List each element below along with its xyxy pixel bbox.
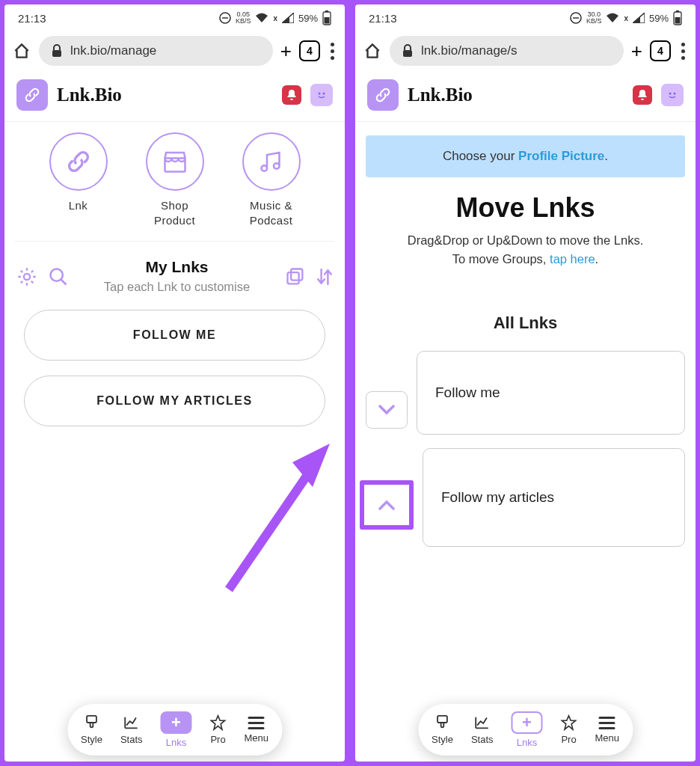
nav-lnks[interactable]: +Lnks	[512, 711, 543, 748]
status-icons: 0.05KB/S x 59%	[219, 10, 331, 25]
status-bar: 21:13 30.0KB/S x 59%	[355, 4, 696, 30]
link-follow-articles[interactable]: FOLLOW MY ARTICLES	[24, 376, 325, 426]
svg-rect-22	[438, 716, 447, 723]
music-icon	[258, 148, 285, 175]
search-icon[interactable]	[48, 266, 69, 287]
category-music[interactable]: Music & Podcast	[242, 132, 301, 227]
wifi-icon	[255, 13, 268, 23]
svg-rect-5	[52, 50, 61, 57]
my-links-title: My Lnks	[79, 258, 274, 276]
brush-icon	[83, 714, 99, 731]
nav-stats[interactable]: Stats	[120, 714, 143, 745]
lock-icon	[51, 44, 63, 58]
chart-icon	[123, 714, 140, 731]
hamburger-icon	[599, 717, 615, 729]
link-card-follow-articles[interactable]: Follow my articles	[423, 448, 685, 547]
app-logo[interactable]	[367, 79, 399, 111]
nav-style[interactable]: Style	[432, 714, 453, 745]
link-icon	[374, 86, 392, 104]
all-links-title: All Lnks	[355, 313, 696, 333]
my-links-subtitle: Tap each Lnk to customise	[79, 279, 274, 295]
battery-icon	[673, 10, 682, 25]
home-icon[interactable]	[12, 41, 31, 61]
bottom-nav: Style Stats +Lnks Pro Menu	[418, 704, 633, 756]
new-tab-icon[interactable]: +	[280, 40, 292, 63]
svg-point-20	[669, 93, 672, 95]
chart-icon	[474, 714, 491, 731]
notification-badge[interactable]	[633, 85, 652, 105]
svg-line-10	[61, 279, 67, 284]
notification-badge[interactable]	[282, 85, 301, 105]
url-text: lnk.bio/manage/s	[421, 43, 518, 58]
content-area: Lnk Shop Product Music & Podcast My Lnks…	[4, 122, 345, 762]
url-bar[interactable]: lnk.bio/manage/s	[390, 36, 624, 66]
menu-kebab-icon[interactable]	[678, 43, 688, 60]
home-icon[interactable]	[363, 41, 382, 61]
brush-icon	[434, 714, 450, 731]
link-follow-me[interactable]: FOLLOW ME	[24, 310, 325, 361]
svg-rect-19	[403, 50, 412, 57]
app-header: Lnk.Bio	[355, 72, 696, 122]
app-logo[interactable]	[16, 79, 48, 111]
nav-style[interactable]: Style	[81, 714, 102, 745]
plus-icon: +	[171, 713, 181, 732]
tabs-button[interactable]: 4	[650, 40, 671, 61]
category-shop[interactable]: Shop Product	[146, 132, 204, 227]
shop-icon	[162, 148, 188, 175]
nav-pro[interactable]: Pro	[561, 714, 577, 745]
dnd-icon	[219, 12, 231, 24]
svg-rect-4	[325, 17, 330, 24]
move-links-title: Move Lnks	[355, 192, 696, 224]
link-icon	[23, 86, 41, 104]
move-down-button[interactable]	[366, 391, 408, 429]
nav-menu[interactable]: Menu	[245, 717, 269, 744]
feedback-icon[interactable]	[310, 84, 333, 106]
svg-point-6	[319, 93, 321, 95]
gear-icon[interactable]	[16, 266, 37, 287]
link-card-follow-me[interactable]: Follow me	[417, 351, 685, 435]
nav-lnks[interactable]: +Lnks	[161, 711, 192, 748]
svg-point-21	[674, 93, 676, 95]
svg-rect-13	[87, 716, 96, 723]
nav-menu[interactable]: Menu	[595, 717, 620, 744]
category-row: Lnk Shop Product Music & Podcast	[15, 122, 334, 242]
battery-icon	[322, 10, 331, 25]
move-up-button-highlighted[interactable]	[360, 480, 414, 530]
new-tab-icon[interactable]: +	[631, 40, 642, 63]
status-time: 21:13	[369, 12, 397, 25]
profile-picture-banner[interactable]: Choose your Profile Picture.	[366, 135, 685, 177]
svg-rect-12	[288, 272, 299, 284]
content-area: Choose your Profile Picture. Move Lnks D…	[355, 122, 696, 762]
status-bar: 21:13 0.05KB/S x 59%	[4, 4, 345, 30]
phone-right: 21:13 30.0KB/S x 59% lnk.bio/manage/s + …	[355, 4, 696, 762]
move-links-subtitle: Drag&Drop or Up&Down to move the Lnks. T…	[355, 231, 696, 269]
nav-pro[interactable]: Pro	[210, 714, 227, 745]
feedback-icon[interactable]	[661, 84, 684, 106]
category-lnk[interactable]: Lnk	[49, 132, 108, 227]
menu-kebab-icon[interactable]	[328, 43, 337, 60]
link-icon	[65, 148, 92, 175]
svg-rect-11	[291, 269, 302, 280]
browser-bar: lnk.bio/manage + 4	[4, 30, 345, 72]
sort-icon[interactable]	[316, 266, 333, 287]
move-row-2: Follow my articles	[355, 448, 696, 547]
bottom-nav: Style Stats +Lnks Pro Menu	[67, 704, 282, 756]
move-row-1: Follow me	[355, 351, 696, 435]
move-groups-link[interactable]: tap here	[550, 252, 595, 266]
tabs-button[interactable]: 4	[299, 40, 320, 61]
plus-icon: +	[522, 713, 532, 732]
nav-stats[interactable]: Stats	[471, 714, 494, 745]
status-icons: 30.0KB/S x 59%	[570, 10, 682, 25]
phone-left: 21:13 0.05KB/S x 59% lnk.bio/manage + 4 …	[4, 4, 345, 762]
brand-name: Lnk.Bio	[57, 85, 273, 105]
url-text: lnk.bio/manage	[70, 43, 156, 58]
bell-icon	[286, 89, 297, 101]
url-bar[interactable]: lnk.bio/manage	[39, 36, 273, 66]
profile-picture-link[interactable]: Profile Picture	[518, 149, 604, 163]
copy-icon[interactable]	[285, 266, 306, 287]
lock-icon	[402, 44, 414, 58]
chevron-up-icon	[378, 500, 395, 510]
star-icon	[561, 714, 577, 731]
bell-icon	[637, 89, 648, 101]
svg-point-7	[323, 93, 325, 95]
